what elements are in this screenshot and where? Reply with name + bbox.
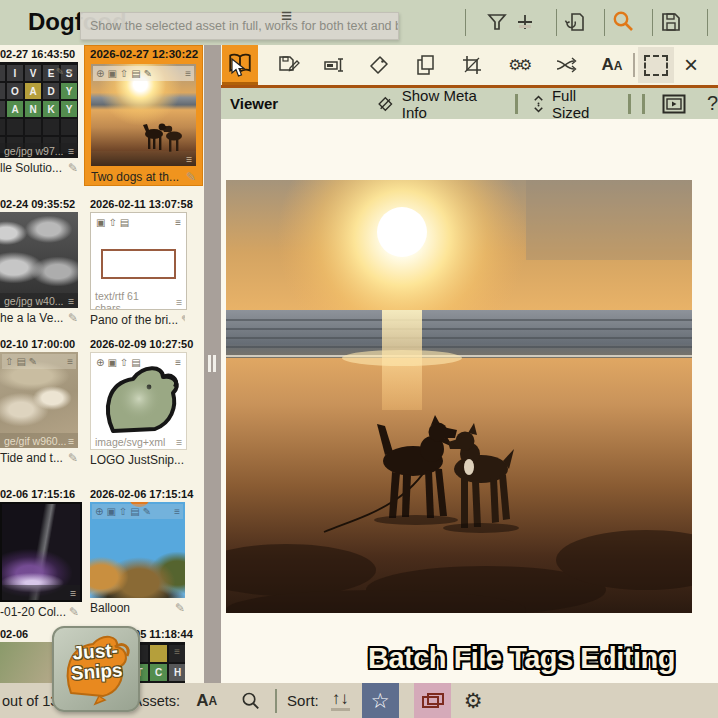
slideshow-button[interactable] <box>662 94 686 114</box>
dogs-silhouette <box>141 121 185 155</box>
asset-thumbnail[interactable]: ⇧▤✎≡ ge/gif w960...≡ <box>0 352 78 448</box>
thumb-action-icons[interactable]: ✎≡ <box>2 64 76 79</box>
asset-thumbnail[interactable]: ⊕▣⇧▤≡ image/svg+xml≡ <box>90 352 187 450</box>
refresh-document-icon <box>563 10 587 34</box>
asset-timestamp: 02-06 17:15:16 <box>0 488 78 502</box>
toolbar-separator <box>652 9 653 36</box>
menu-icon[interactable]: ≡ <box>68 435 74 447</box>
asset-label[interactable]: Balloon <box>90 601 130 615</box>
clipboard-icon: ▣ <box>107 357 116 368</box>
asset-card[interactable]: 2026-02-09 10:27:50 ⊕▣⇧▤≡ image/svg+xml≡… <box>90 338 185 467</box>
asset-meta: ge/jpg w97...≡ <box>0 143 78 158</box>
filter-button[interactable] <box>484 9 510 35</box>
asset-label[interactable]: Tide and t... <box>0 451 63 465</box>
selection-mode-button[interactable] <box>638 47 674 83</box>
tag-button[interactable] <box>361 47 397 83</box>
demo-caption: Batch File Tags Editing <box>368 642 675 675</box>
asset-label[interactable]: Two dogs at th... <box>91 170 179 184</box>
export-icon: ⇧ <box>120 68 128 79</box>
favorites-filter-button[interactable]: ☆ <box>362 683 399 718</box>
asset-label[interactable]: LOGO JustSnip... <box>90 453 184 467</box>
thumb-action-icons[interactable]: ▣⇧▤≡ <box>93 215 184 230</box>
splitter-grip-icon[interactable] <box>208 355 211 372</box>
clipboard-icon: ▣ <box>96 217 105 228</box>
reload-assets-button[interactable] <box>562 9 588 35</box>
resize-vertical-icon <box>532 94 545 114</box>
edit-pencil-icon[interactable]: ✎ <box>181 313 185 327</box>
asset-card[interactable]: 02-24 09:35:52 ge/jpg w40...≡ he a la Ve… <box>0 198 78 325</box>
settings-gears-button[interactable]: ⚙⚙ <box>501 47 537 83</box>
sort-direction-button[interactable]: ↑↓ <box>331 690 350 712</box>
asset-thumbnail[interactable]: IVES OADY ANKY ✎≡ ge/jpg w97...≡ <box>0 62 78 158</box>
font-size-button[interactable]: AA <box>196 683 217 718</box>
crop-button[interactable] <box>454 47 490 83</box>
edit-pencil-icon[interactable]: ✎ <box>186 170 196 184</box>
thumb-action-icons[interactable]: ⊕▣⇧▤≡ <box>93 355 184 370</box>
rename-button[interactable] <box>316 47 352 83</box>
copy-button[interactable] <box>408 47 444 83</box>
web-icon: ⊕ <box>96 68 104 79</box>
save-button[interactable] <box>658 9 684 35</box>
asset-label[interactable]: he a la Ve... <box>0 311 63 325</box>
search-button[interactable] <box>239 683 261 718</box>
full-sized-button[interactable]: Full Sized <box>532 87 613 121</box>
thumb-action-icons[interactable]: ⊕▣⇧▤✎≡ <box>92 504 183 519</box>
viewerbar-separator <box>628 94 631 114</box>
help-button[interactable]: ? <box>707 92 718 115</box>
menu-icon[interactable]: ≡ <box>68 295 74 307</box>
asset-card[interactable]: 2026-02-11 13:07:58 ▣⇧▤≡ text/rtf 61 cha… <box>90 198 185 327</box>
screens-button[interactable] <box>414 683 451 718</box>
asset-label[interactable]: Pano of the bri... <box>90 313 178 327</box>
settings-button[interactable]: ⚙ <box>464 683 483 718</box>
star-icon: ☆ <box>371 689 390 713</box>
asset-timestamp: 2026-02-27 12:30:22 <box>90 48 202 62</box>
viewer-image-two-dogs-beach[interactable] <box>226 180 692 613</box>
asset-thumbnail[interactable]: ▣⇧▤≡ text/rtf 61 chars...≡ <box>90 212 187 310</box>
edit-pencil-icon[interactable]: ✎ <box>68 161 78 175</box>
asset-meta: ≡ <box>2 585 80 600</box>
edit-pencil-icon: ✎ <box>144 68 152 79</box>
justsnips-logo: Just- Snips <box>52 626 140 712</box>
funnel-icon <box>485 10 509 34</box>
asset-thumbnail[interactable]: ≡ <box>0 502 82 602</box>
floppy-icon <box>659 10 683 34</box>
pane-splitter[interactable] <box>204 45 221 683</box>
asset-label[interactable]: lle Solutio... <box>0 161 62 175</box>
thumb-action-icons[interactable]: ⇧▤✎≡ <box>2 354 76 369</box>
screens-icon <box>422 693 442 708</box>
asset-thumbnail[interactable]: ge/jpg w40...≡ <box>0 212 78 308</box>
add-asset-button[interactable] <box>512 9 538 35</box>
asset-card[interactable]: 02-10 17:00:00 ⇧▤✎≡ ge/gif w960...≡ Tide… <box>0 338 78 465</box>
search-icon <box>610 9 636 35</box>
save-edit-button[interactable] <box>271 47 307 83</box>
edit-pencil-icon[interactable]: ✎ <box>68 311 78 325</box>
shuffle-button[interactable] <box>548 47 584 83</box>
menu-icon[interactable]: ≡ <box>186 153 192 165</box>
close-viewer-button[interactable]: × <box>673 47 709 83</box>
asset-card[interactable]: 2026-02-06 17:15:14 ⊕▣⇧▤✎≡ Balloon✎ <box>90 488 185 615</box>
edit-pencil-icon[interactable]: ✎ <box>175 601 185 615</box>
edit-pencil-icon[interactable]: ✎ <box>68 451 78 465</box>
trash-icon: ▤ <box>130 506 139 517</box>
menu-icon[interactable]: ≡ <box>176 296 182 308</box>
view-asset-button[interactable] <box>222 45 258 85</box>
menu-icon[interactable]: ≡ <box>70 587 76 599</box>
show-meta-info-button[interactable]: Show Meta Info <box>376 87 499 121</box>
edit-pencil-icon[interactable]: ✎ <box>69 605 78 619</box>
asset-card[interactable]: 02-27 16:43:50 IVES OADY ANKY ✎≡ ge/jpg … <box>0 48 78 175</box>
asset-card-selected[interactable]: 2026-02-27 12:30:22 ⊕▣⇧▤✎≡ ≡ Two dogs at… <box>85 46 202 185</box>
thumb-action-icons[interactable]: ⊕▣⇧▤✎≡ <box>93 66 194 81</box>
font-size-button[interactable]: AA <box>594 47 630 83</box>
search-button[interactable] <box>610 9 636 35</box>
toolbar-separator <box>604 9 605 36</box>
asset-label[interactable]: -01-20 Col... <box>0 605 66 619</box>
asset-thumbnail[interactable]: ⊕▣⇧▤✎≡ ≡ <box>91 64 196 166</box>
tooltip: Show the selected asset in full, works f… <box>80 12 399 40</box>
menu-icon[interactable]: ≡ <box>68 145 74 157</box>
asset-card[interactable]: 02-06 17:15:16 ≡ -01-20 Col...✎ <box>0 488 78 619</box>
web-icon: ⊕ <box>95 506 103 517</box>
menu-icon[interactable]: ≡ <box>176 436 182 448</box>
toolbar-separator <box>707 9 708 36</box>
asset-thumbnail[interactable]: ⊕▣⇧▤✎≡ <box>90 502 185 598</box>
toolbar-separator <box>465 9 466 36</box>
